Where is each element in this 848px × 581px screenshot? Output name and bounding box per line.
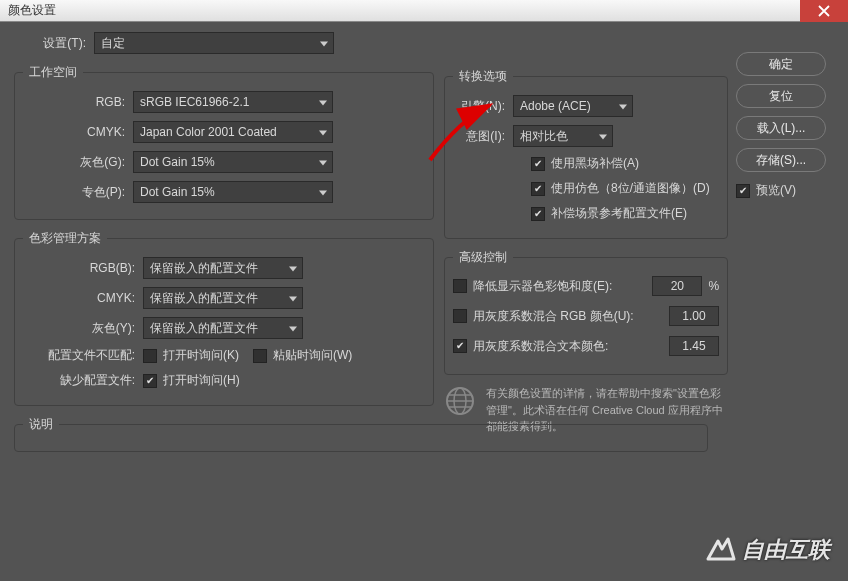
watermark-text: 自由互联 xyxy=(742,535,830,565)
policy-gray-select[interactable]: 保留嵌入的配置文件 xyxy=(143,317,303,339)
color-settings-dialog: 颜色设置 设置(T): 自定 工作空间 RGB:sRGB IEC61966-2.… xyxy=(0,0,848,581)
rgb-label: RGB: xyxy=(23,95,133,109)
mismatch-label: 配置文件不匹配: xyxy=(23,347,143,364)
ok-button[interactable]: 确定 xyxy=(736,52,826,76)
engine-select[interactable]: Adobe (ACE) xyxy=(513,95,633,117)
blend-rgb-label[interactable]: 用灰度系数混合 RGB 颜色(U): xyxy=(473,308,634,325)
pct-label: % xyxy=(708,279,719,293)
description-group: 说明 xyxy=(14,416,708,452)
window-title: 颜色设置 xyxy=(8,2,56,19)
spot-label: 专色(P): xyxy=(23,184,133,201)
policy-group: 色彩管理方案 RGB(B):保留嵌入的配置文件 CMYK:保留嵌入的配置文件 灰… xyxy=(14,230,434,406)
dither-checkbox[interactable] xyxy=(531,182,545,196)
workspace-legend: 工作空间 xyxy=(23,64,83,81)
mismatch-paste-checkbox[interactable] xyxy=(253,349,267,363)
settings-select[interactable]: 自定 xyxy=(94,32,334,54)
engine-label: 引擎(N): xyxy=(453,98,513,115)
missing-open-label[interactable]: 打开时询问(H) xyxy=(163,372,240,389)
watermark: 自由互联 xyxy=(704,535,830,565)
policy-cmyk-select[interactable]: 保留嵌入的配置文件 xyxy=(143,287,303,309)
reset-button[interactable]: 复位 xyxy=(736,84,826,108)
save-button[interactable]: 存储(S)... xyxy=(736,148,826,172)
mismatch-paste-label[interactable]: 粘贴时询问(W) xyxy=(273,347,352,364)
missing-label: 缺少配置文件: xyxy=(23,372,143,389)
globe-icon xyxy=(444,385,476,417)
rgb-select[interactable]: sRGB IEC61966-2.1 xyxy=(133,91,333,113)
gray-select[interactable]: Dot Gain 15% xyxy=(133,151,333,173)
bpc-checkbox[interactable] xyxy=(531,157,545,171)
preview-label[interactable]: 预览(V) xyxy=(756,182,796,199)
spot-select[interactable]: Dot Gain 15% xyxy=(133,181,333,203)
compensate-label[interactable]: 补偿场景参考配置文件(E) xyxy=(551,205,687,222)
blend-text-label[interactable]: 用灰度系数混合文本颜色: xyxy=(473,338,608,355)
blend-rgb-input[interactable] xyxy=(669,306,719,326)
intent-select[interactable]: 相对比色 xyxy=(513,125,613,147)
cmyk-label: CMYK: xyxy=(23,125,133,139)
mismatch-open-label[interactable]: 打开时询问(K) xyxy=(163,347,239,364)
titlebar: 颜色设置 xyxy=(0,0,848,22)
missing-open-checkbox[interactable] xyxy=(143,374,157,388)
watermark-icon xyxy=(704,535,738,565)
conversion-group: 转换选项 引擎(N):Adobe (ACE) 意图(I):相对比色 使用黑场补偿… xyxy=(444,68,728,239)
policy-legend: 色彩管理方案 xyxy=(23,230,107,247)
policy-rgb-label: RGB(B): xyxy=(23,261,143,275)
intent-label: 意图(I): xyxy=(453,128,513,145)
settings-label: 设置(T): xyxy=(14,35,94,52)
desat-checkbox[interactable] xyxy=(453,279,467,293)
load-button[interactable]: 载入(L)... xyxy=(736,116,826,140)
close-icon xyxy=(818,5,830,17)
policy-cmyk-label: CMYK: xyxy=(23,291,143,305)
blend-text-input[interactable] xyxy=(669,336,719,356)
preview-checkbox[interactable] xyxy=(736,184,750,198)
blend-rgb-checkbox[interactable] xyxy=(453,309,467,323)
gray-label: 灰色(G): xyxy=(23,154,133,171)
policy-rgb-select[interactable]: 保留嵌入的配置文件 xyxy=(143,257,303,279)
cmyk-select[interactable]: Japan Color 2001 Coated xyxy=(133,121,333,143)
advanced-legend: 高级控制 xyxy=(453,249,513,266)
blend-text-checkbox[interactable] xyxy=(453,339,467,353)
bpc-label[interactable]: 使用黑场补偿(A) xyxy=(551,155,639,172)
compensate-checkbox[interactable] xyxy=(531,207,545,221)
dither-label[interactable]: 使用仿色（8位/通道图像）(D) xyxy=(551,180,710,197)
conversion-legend: 转换选项 xyxy=(453,68,513,85)
workspace-group: 工作空间 RGB:sRGB IEC61966-2.1 CMYK:Japan Co… xyxy=(14,64,434,220)
desat-input[interactable] xyxy=(652,276,702,296)
policy-gray-label: 灰色(Y): xyxy=(23,320,143,337)
mismatch-open-checkbox[interactable] xyxy=(143,349,157,363)
desat-label[interactable]: 降低显示器色彩饱和度(E): xyxy=(473,278,612,295)
description-label: 说明 xyxy=(23,416,59,433)
close-button[interactable] xyxy=(800,0,848,22)
advanced-group: 高级控制 降低显示器色彩饱和度(E): % 用灰度系数混合 RGB 颜色(U):… xyxy=(444,249,728,375)
